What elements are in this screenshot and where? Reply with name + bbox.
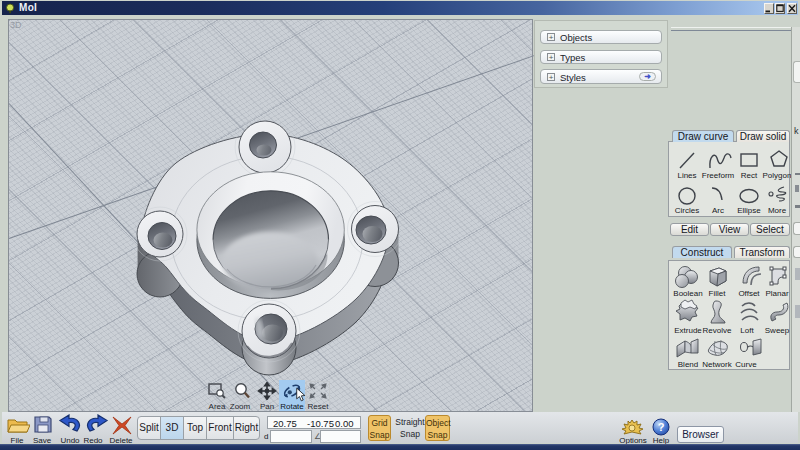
svg-text:?: ? xyxy=(658,421,665,433)
